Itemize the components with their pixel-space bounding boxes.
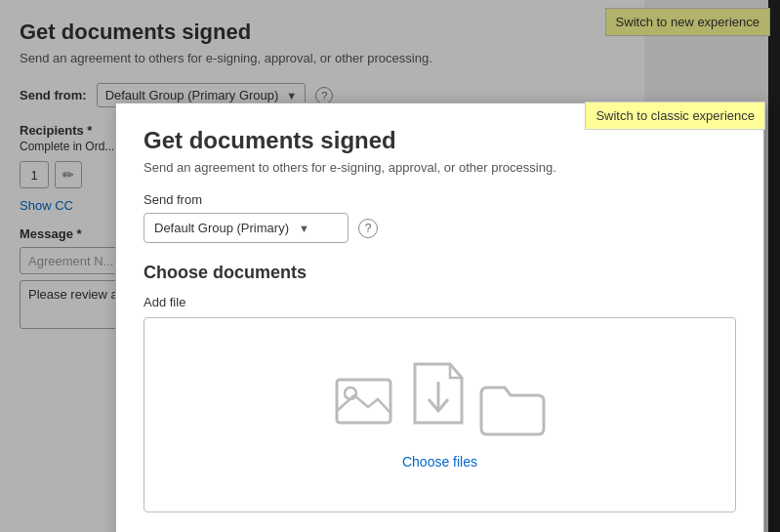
upload-doc-icon: [405, 360, 472, 438]
modal-send-from-select[interactable]: Default Group (Primary) ▼: [144, 213, 349, 243]
modal-add-file-label: Add file: [144, 295, 736, 309]
modal-send-from-label: Send from: [144, 192, 736, 207]
choose-files-link[interactable]: Choose files: [402, 454, 477, 470]
modal-dialog: Switch to classic experience Get documen…: [115, 102, 764, 532]
modal-title: Get documents signed: [144, 127, 736, 154]
modal-send-from-row: Default Group (Primary) ▼ ?: [144, 213, 736, 243]
modal-send-from-arrow: ▼: [299, 223, 309, 234]
folder-icon: [477, 380, 548, 438]
modal-help-icon[interactable]: ?: [358, 219, 378, 238]
modal-choose-docs-title: Choose documents: [144, 263, 736, 283]
image-icon: [333, 372, 399, 438]
modal-send-from-section: Send from Default Group (Primary) ▼ ?: [144, 192, 736, 243]
modal-send-from-value: Default Group (Primary): [154, 221, 289, 235]
modal-subtitle: Send an agreement to others for e-signin…: [144, 160, 736, 175]
svg-rect-0: [337, 380, 390, 423]
modal-file-icons-row: [333, 360, 548, 438]
switch-classic-experience-button[interactable]: Switch to classic experience: [585, 102, 765, 130]
modal-file-drop-area[interactable]: Choose files: [144, 317, 736, 512]
